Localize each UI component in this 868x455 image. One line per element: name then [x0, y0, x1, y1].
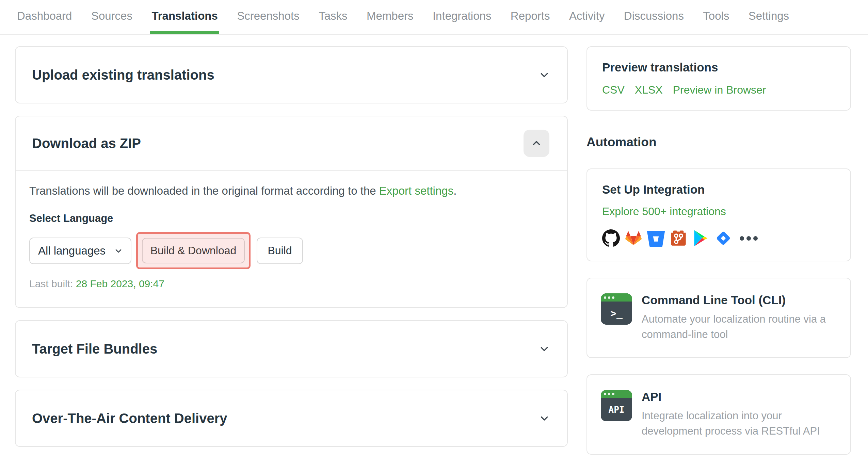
upload-panel-header[interactable]: Upload existing translations [16, 47, 567, 103]
cli-tool-title: Command Line Tool (CLI) [642, 293, 832, 307]
tab-tasks[interactable]: Tasks [319, 10, 347, 34]
explore-integrations-link[interactable]: Explore 500+ integrations [602, 205, 726, 218]
tab-integrations[interactable]: Integrations [433, 10, 491, 34]
integration-icon-row [602, 229, 835, 247]
build-button[interactable]: Build [257, 238, 303, 264]
highlight-annotation: Build & Download [136, 232, 251, 269]
tab-dashboard[interactable]: Dashboard [17, 10, 72, 34]
preview-links-row: CSV XLSX Preview in Browser [602, 84, 835, 96]
tab-tools[interactable]: Tools [703, 10, 729, 34]
download-panel-body: Translations will be downloaded in the o… [16, 171, 567, 307]
jira-icon[interactable] [714, 229, 732, 247]
api-card[interactable]: API API Integrate localization into your… [586, 374, 851, 455]
set-up-integration-title: Set Up Integration [602, 183, 835, 196]
chevron-up-icon [531, 138, 542, 148]
main-column: Upload existing translations Download as… [15, 46, 568, 455]
download-panel-title: Download as ZIP [32, 136, 141, 151]
github-icon[interactable] [602, 229, 620, 247]
set-up-integration-card: Set Up Integration Explore 500+ integrat… [586, 168, 851, 261]
preview-in-browser-link[interactable]: Preview in Browser [673, 84, 766, 96]
automation-heading: Automation [586, 135, 851, 149]
cli-tool-card[interactable]: >_ Command Line Tool (CLI) Automate your… [586, 278, 851, 358]
build-and-download-button[interactable]: Build & Download [142, 238, 245, 263]
language-select[interactable]: All languages [29, 238, 131, 264]
chevron-down-icon[interactable] [539, 413, 549, 423]
ota-panel-title: Over-The-Air Content Delivery [32, 411, 227, 426]
download-description: Translations will be downloaded in the o… [29, 184, 551, 197]
tab-activity[interactable]: Activity [569, 10, 605, 34]
api-icon: API [601, 390, 632, 421]
last-built-label: Last built: [29, 278, 76, 289]
xlsx-link[interactable]: XLSX [635, 84, 663, 96]
api-icon-text: API [601, 398, 632, 421]
preview-translations-title: Preview translations [602, 61, 835, 74]
tab-sources[interactable]: Sources [91, 10, 132, 34]
terminal-icon-text: >_ [601, 302, 632, 325]
terminal-icon: >_ [601, 293, 632, 325]
download-as-zip-panel: Download as ZIP Translations will be dow… [15, 116, 568, 308]
tab-translations[interactable]: Translations [151, 10, 218, 34]
target-file-bundles-panel: Target File Bundles [15, 320, 568, 377]
tab-reports[interactable]: Reports [511, 10, 550, 34]
tab-discussions[interactable]: Discussions [624, 10, 684, 34]
cli-tool-text: Command Line Tool (CLI) Automate your lo… [642, 293, 832, 342]
export-settings-link[interactable]: Export settings [379, 184, 453, 197]
upload-panel-title: Upload existing translations [32, 67, 214, 83]
tab-members[interactable]: Members [367, 10, 414, 34]
upload-existing-translations-panel: Upload existing translations [15, 46, 568, 103]
ota-content-delivery-panel: Over-The-Air Content Delivery [15, 390, 568, 447]
more-options-icon[interactable] [740, 236, 758, 241]
git-icon[interactable] [670, 229, 687, 247]
download-description-period: . [453, 184, 456, 197]
download-description-text: Translations will be downloaded in the o… [29, 184, 379, 197]
gitlab-icon[interactable] [625, 229, 642, 247]
google-play-icon[interactable] [692, 229, 710, 247]
api-description: Integrate localization into your develop… [642, 408, 832, 439]
last-built-date: 28 Feb 2023, 09:47 [76, 278, 164, 289]
chevron-down-icon [114, 247, 123, 255]
csv-link[interactable]: CSV [602, 84, 625, 96]
download-panel-header[interactable]: Download as ZIP [16, 116, 567, 170]
api-text: API Integrate localization into your dev… [642, 390, 832, 439]
cli-tool-description: Automate your localization routine via a… [642, 312, 832, 342]
collapse-panel-button[interactable] [524, 130, 549, 157]
sidebar: Preview translations CSV XLSX Preview in… [586, 46, 851, 455]
tab-settings[interactable]: Settings [749, 10, 789, 34]
ota-panel-header[interactable]: Over-The-Air Content Delivery [16, 390, 567, 446]
preview-translations-card: Preview translations CSV XLSX Preview in… [586, 46, 851, 111]
select-language-label: Select Language [29, 212, 551, 225]
last-built-status: Last built: 28 Feb 2023, 09:47 [29, 278, 551, 290]
bundles-panel-title: Target File Bundles [32, 341, 157, 357]
download-controls-row: All languages Build & Download Build [29, 232, 551, 269]
chevron-down-icon[interactable] [539, 70, 549, 80]
project-tab-bar: Dashboard Sources Translations Screensho… [0, 0, 868, 35]
api-title: API [642, 390, 832, 404]
bitbucket-icon[interactable] [647, 229, 665, 247]
bundles-panel-header[interactable]: Target File Bundles [16, 321, 567, 377]
chevron-down-icon[interactable] [539, 344, 549, 354]
tab-screenshots[interactable]: Screenshots [237, 10, 299, 34]
language-select-value: All languages [38, 244, 106, 257]
